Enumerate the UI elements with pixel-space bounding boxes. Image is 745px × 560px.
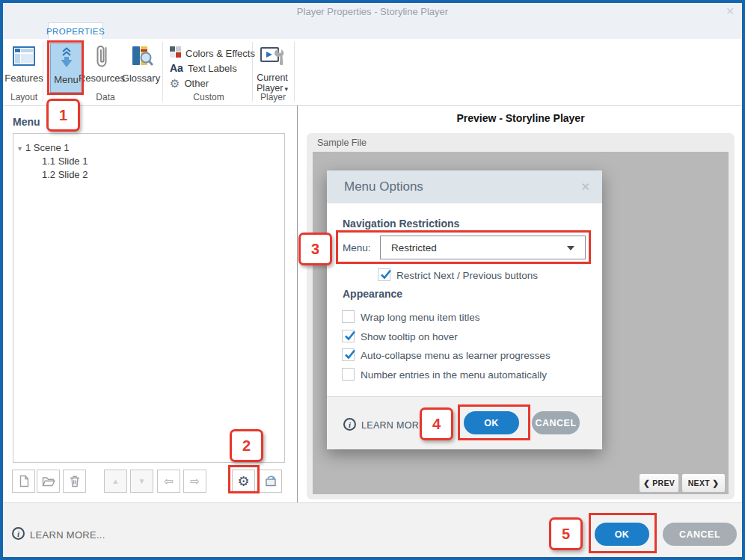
- arrow-down-icon: ▼: [138, 478, 146, 485]
- restrict-next-prev-label[interactable]: Restrict Next / Previous buttons: [396, 270, 538, 281]
- window-close-icon[interactable]: ✕: [726, 5, 735, 17]
- arrow-up-icon: ▲: [112, 478, 120, 485]
- ok-button[interactable]: OK: [595, 523, 649, 546]
- auto-collapse-checkbox[interactable]: [342, 348, 355, 361]
- colors-effects-button[interactable]: Colors & Effects: [170, 46, 255, 60]
- dialog-footer: i LEARN MORE OK CANCEL: [327, 396, 602, 449]
- info-icon: i: [343, 418, 356, 431]
- other-button[interactable]: ⚙ Other: [170, 78, 209, 89]
- other-label: Other: [184, 78, 209, 89]
- move-up-button[interactable]: ▲: [104, 470, 127, 493]
- wrap-titles-checkbox[interactable]: [342, 310, 355, 323]
- colors-effects-label: Colors & Effects: [186, 48, 255, 59]
- show-tooltip-label[interactable]: Show tooltip on hover: [361, 331, 458, 342]
- glossary-icon: [129, 43, 153, 70]
- delete-button[interactable]: [63, 470, 86, 493]
- open-button[interactable]: [37, 470, 60, 493]
- group-label-custom: Custom: [170, 92, 248, 102]
- ribbon-separator: [43, 42, 43, 102]
- new-item-button[interactable]: [12, 470, 35, 493]
- trash-icon: [69, 475, 81, 487]
- outdent-button[interactable]: ⇦: [157, 470, 180, 493]
- features-button[interactable]: Features: [6, 43, 42, 84]
- current-player-label: Current Player▾: [254, 73, 291, 94]
- group-label-player: Player: [254, 92, 292, 102]
- new-page-icon: [18, 475, 30, 487]
- reset-menu-button[interactable]: [259, 470, 282, 493]
- resources-label: Resources: [79, 73, 125, 84]
- appearance-heading: Appearance: [343, 288, 402, 300]
- menu-options-gear-button[interactable]: ⚙: [232, 470, 255, 493]
- number-entries-checkbox[interactable]: [342, 368, 355, 381]
- menu-options-dialog: Menu Options ✕ Navigation Restrictions M…: [327, 170, 602, 449]
- menu-panel-heading: Menu: [13, 116, 40, 128]
- dialog-learn-more-link[interactable]: LEARN MORE: [361, 420, 426, 431]
- dropdown-value: Restricted: [391, 242, 437, 253]
- player-properties-window: Player Properties - Storyline Player ✕ P…: [0, 0, 745, 560]
- learn-more-link[interactable]: LEARN MORE...: [30, 529, 105, 541]
- sample-file-label: Sample File: [317, 138, 367, 148]
- menu-tree: ▾1 Scene 1 1.1 Slide 1 1.2 Slide 2: [13, 133, 285, 463]
- group-label-data: Data: [49, 92, 162, 102]
- menu-field-label: Menu:: [343, 242, 371, 253]
- text-labels-label: Text Labels: [188, 63, 237, 74]
- gear-icon: ⚙: [170, 78, 180, 89]
- dialog-close-icon[interactable]: ✕: [580, 180, 590, 194]
- navigation-restrictions-heading: Navigation Restrictions: [343, 218, 459, 230]
- gear-icon: ⚙: [237, 475, 249, 488]
- ribbon-separator: [294, 42, 295, 102]
- dialog-cancel-button[interactable]: CANCEL: [532, 411, 580, 434]
- dropdown-caret-icon: [567, 246, 574, 250]
- tree-item-scene[interactable]: ▾1 Scene 1: [18, 142, 70, 153]
- expander-icon[interactable]: ▾: [18, 144, 22, 153]
- features-label: Features: [4, 73, 43, 84]
- group-label-layout: Layout: [6, 92, 42, 102]
- tree-item-slide2[interactable]: 1.2 Slide 2: [42, 169, 88, 180]
- reset-icon: [264, 475, 278, 487]
- glossary-label: Glossary: [122, 73, 160, 84]
- panel-divider: [297, 105, 298, 502]
- menu-icon: [58, 44, 75, 71]
- preview-title: Preview - Storyline Player: [307, 112, 735, 124]
- check-icon: [343, 329, 357, 342]
- title-bar: Player Properties - Storyline Player ✕ P…: [0, 0, 745, 39]
- folder-icon: [42, 476, 55, 487]
- menu-button[interactable]: Menu: [50, 43, 82, 93]
- show-tooltip-checkbox[interactable]: [342, 330, 355, 342]
- bottom-bar: i LEARN MORE... OK CANCEL: [0, 502, 745, 560]
- current-player-icon: [260, 43, 284, 70]
- menu-label: Menu: [54, 74, 79, 85]
- paperclip-icon: [95, 43, 108, 70]
- menu-restriction-dropdown[interactable]: Restricted: [380, 236, 586, 259]
- text-labels-icon: Aa: [170, 62, 183, 74]
- wrap-titles-label[interactable]: Wrap long menu item titles: [361, 312, 480, 323]
- resources-button[interactable]: Resources: [83, 43, 120, 84]
- arrow-left-icon: ⇦: [164, 476, 174, 487]
- tab-properties[interactable]: PROPERTIES: [48, 22, 103, 40]
- move-down-button[interactable]: ▼: [130, 470, 153, 493]
- dialog-header: Menu Options ✕: [327, 170, 602, 203]
- text-labels-button[interactable]: Aa Text Labels: [170, 62, 237, 74]
- ribbon: Features Menu Resources Glossary Colors: [0, 39, 745, 106]
- glossary-button[interactable]: Glossary: [120, 43, 162, 84]
- features-icon: [13, 43, 35, 70]
- check-icon: [343, 348, 357, 361]
- info-icon: i: [12, 527, 25, 540]
- tree-item-slide1[interactable]: 1.1 Slide 1: [42, 156, 88, 167]
- auto-collapse-label[interactable]: Auto-collapse menu as learner progresses: [361, 350, 551, 361]
- next-button[interactable]: NEXT ❯: [681, 473, 726, 493]
- number-entries-label[interactable]: Number entries in the menu automatically: [361, 369, 547, 381]
- check-icon: [379, 268, 393, 281]
- dialog-ok-button[interactable]: OK: [464, 411, 519, 434]
- colors-effects-icon: [170, 46, 181, 60]
- prev-button[interactable]: ❮ PREV: [639, 473, 679, 493]
- dialog-title: Menu Options: [344, 179, 423, 194]
- indent-button[interactable]: ⇨: [183, 470, 206, 493]
- window-title: Player Properties - Storyline Player: [0, 6, 745, 17]
- cancel-button[interactable]: CANCEL: [663, 523, 737, 546]
- ribbon-separator: [162, 42, 163, 102]
- arrow-right-icon: ⇨: [190, 476, 200, 487]
- restrict-next-prev-checkbox[interactable]: [378, 268, 390, 281]
- current-player-button[interactable]: Current Player▾: [251, 43, 293, 94]
